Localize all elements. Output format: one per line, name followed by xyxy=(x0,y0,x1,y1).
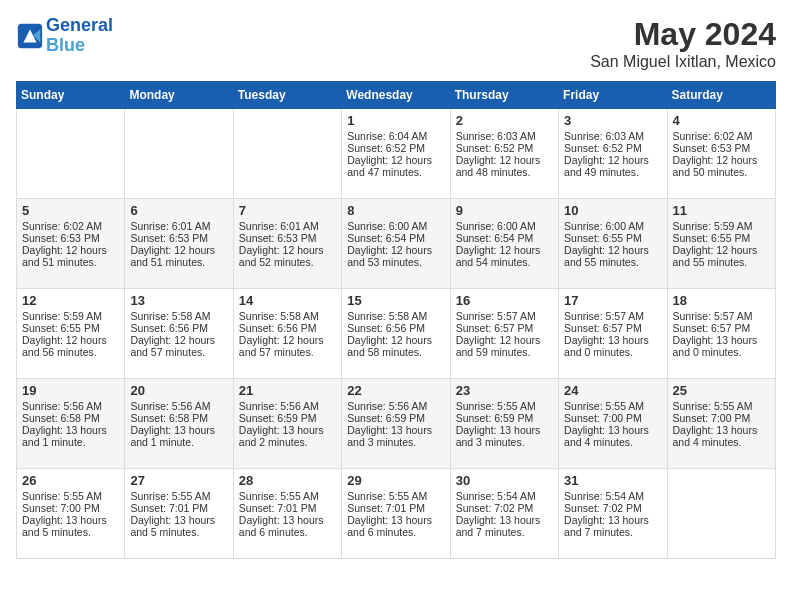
sunrise-text: Sunrise: 5:58 AM xyxy=(239,310,336,322)
day-number: 10 xyxy=(564,203,661,218)
sunrise-text: Sunrise: 5:56 AM xyxy=(347,400,444,412)
calendar-cell: 13Sunrise: 5:58 AMSunset: 6:56 PMDayligh… xyxy=(125,289,233,379)
calendar-cell xyxy=(125,109,233,199)
day-number: 30 xyxy=(456,473,553,488)
day-number: 8 xyxy=(347,203,444,218)
sunrise-text: Sunrise: 5:58 AM xyxy=(130,310,227,322)
sunset-text: Sunset: 6:56 PM xyxy=(130,322,227,334)
calendar-cell: 10Sunrise: 6:00 AMSunset: 6:55 PMDayligh… xyxy=(559,199,667,289)
daylight-text: Daylight: 12 hours and 52 minutes. xyxy=(239,244,336,268)
daylight-text: Daylight: 13 hours and 0 minutes. xyxy=(564,334,661,358)
sunrise-text: Sunrise: 6:01 AM xyxy=(130,220,227,232)
calendar-cell xyxy=(667,469,775,559)
day-number: 16 xyxy=(456,293,553,308)
calendar-cell: 4Sunrise: 6:02 AMSunset: 6:53 PMDaylight… xyxy=(667,109,775,199)
calendar-cell: 18Sunrise: 5:57 AMSunset: 6:57 PMDayligh… xyxy=(667,289,775,379)
daylight-text: Daylight: 12 hours and 53 minutes. xyxy=(347,244,444,268)
day-number: 23 xyxy=(456,383,553,398)
sunrise-text: Sunrise: 6:04 AM xyxy=(347,130,444,142)
sunset-text: Sunset: 6:58 PM xyxy=(130,412,227,424)
calendar-cell: 12Sunrise: 5:59 AMSunset: 6:55 PMDayligh… xyxy=(17,289,125,379)
calendar-cell: 14Sunrise: 5:58 AMSunset: 6:56 PMDayligh… xyxy=(233,289,341,379)
sunset-text: Sunset: 6:53 PM xyxy=(130,232,227,244)
calendar-cell: 31Sunrise: 5:54 AMSunset: 7:02 PMDayligh… xyxy=(559,469,667,559)
sunrise-text: Sunrise: 6:01 AM xyxy=(239,220,336,232)
weekday-header-tuesday: Tuesday xyxy=(233,82,341,109)
sunset-text: Sunset: 6:57 PM xyxy=(456,322,553,334)
sunset-text: Sunset: 6:53 PM xyxy=(22,232,119,244)
calendar-cell: 6Sunrise: 6:01 AMSunset: 6:53 PMDaylight… xyxy=(125,199,233,289)
calendar-cell: 16Sunrise: 5:57 AMSunset: 6:57 PMDayligh… xyxy=(450,289,558,379)
page-header: General Blue May 2024 San Miguel Ixitlan… xyxy=(16,16,776,71)
day-number: 6 xyxy=(130,203,227,218)
sunrise-text: Sunrise: 5:55 AM xyxy=(239,490,336,502)
title-block: May 2024 San Miguel Ixitlan, Mexico xyxy=(590,16,776,71)
daylight-text: Daylight: 13 hours and 5 minutes. xyxy=(130,514,227,538)
sunrise-text: Sunrise: 5:54 AM xyxy=(564,490,661,502)
daylight-text: Daylight: 13 hours and 0 minutes. xyxy=(673,334,770,358)
daylight-text: Daylight: 12 hours and 57 minutes. xyxy=(239,334,336,358)
calendar-table: SundayMondayTuesdayWednesdayThursdayFrid… xyxy=(16,81,776,559)
sunset-text: Sunset: 6:59 PM xyxy=(456,412,553,424)
sunrise-text: Sunrise: 5:56 AM xyxy=(239,400,336,412)
sunset-text: Sunset: 6:57 PM xyxy=(564,322,661,334)
sunrise-text: Sunrise: 5:57 AM xyxy=(456,310,553,322)
sunrise-text: Sunrise: 5:54 AM xyxy=(456,490,553,502)
daylight-text: Daylight: 13 hours and 4 minutes. xyxy=(564,424,661,448)
daylight-text: Daylight: 13 hours and 3 minutes. xyxy=(347,424,444,448)
daylight-text: Daylight: 12 hours and 57 minutes. xyxy=(130,334,227,358)
weekday-header-friday: Friday xyxy=(559,82,667,109)
day-number: 4 xyxy=(673,113,770,128)
sunrise-text: Sunrise: 5:55 AM xyxy=(22,490,119,502)
sunrise-text: Sunrise: 6:02 AM xyxy=(22,220,119,232)
calendar-cell: 22Sunrise: 5:56 AMSunset: 6:59 PMDayligh… xyxy=(342,379,450,469)
logo-text: General Blue xyxy=(46,16,113,56)
calendar-cell xyxy=(233,109,341,199)
calendar-cell: 9Sunrise: 6:00 AMSunset: 6:54 PMDaylight… xyxy=(450,199,558,289)
sunset-text: Sunset: 7:02 PM xyxy=(564,502,661,514)
calendar-cell: 19Sunrise: 5:56 AMSunset: 6:58 PMDayligh… xyxy=(17,379,125,469)
daylight-text: Daylight: 12 hours and 48 minutes. xyxy=(456,154,553,178)
calendar-cell: 30Sunrise: 5:54 AMSunset: 7:02 PMDayligh… xyxy=(450,469,558,559)
sunrise-text: Sunrise: 5:56 AM xyxy=(22,400,119,412)
day-number: 31 xyxy=(564,473,661,488)
day-number: 18 xyxy=(673,293,770,308)
day-number: 22 xyxy=(347,383,444,398)
location-title: San Miguel Ixitlan, Mexico xyxy=(590,53,776,71)
daylight-text: Daylight: 12 hours and 51 minutes. xyxy=(22,244,119,268)
sunset-text: Sunset: 6:58 PM xyxy=(22,412,119,424)
sunset-text: Sunset: 7:00 PM xyxy=(673,412,770,424)
sunset-text: Sunset: 7:02 PM xyxy=(456,502,553,514)
day-number: 7 xyxy=(239,203,336,218)
calendar-cell: 11Sunrise: 5:59 AMSunset: 6:55 PMDayligh… xyxy=(667,199,775,289)
calendar-week-row: 12Sunrise: 5:59 AMSunset: 6:55 PMDayligh… xyxy=(17,289,776,379)
day-number: 14 xyxy=(239,293,336,308)
sunset-text: Sunset: 7:00 PM xyxy=(564,412,661,424)
day-number: 29 xyxy=(347,473,444,488)
calendar-cell: 17Sunrise: 5:57 AMSunset: 6:57 PMDayligh… xyxy=(559,289,667,379)
sunrise-text: Sunrise: 5:57 AM xyxy=(673,310,770,322)
sunset-text: Sunset: 6:52 PM xyxy=(564,142,661,154)
day-number: 1 xyxy=(347,113,444,128)
calendar-week-row: 1Sunrise: 6:04 AMSunset: 6:52 PMDaylight… xyxy=(17,109,776,199)
sunset-text: Sunset: 6:55 PM xyxy=(22,322,119,334)
daylight-text: Daylight: 12 hours and 50 minutes. xyxy=(673,154,770,178)
sunset-text: Sunset: 6:56 PM xyxy=(239,322,336,334)
calendar-week-row: 5Sunrise: 6:02 AMSunset: 6:53 PMDaylight… xyxy=(17,199,776,289)
sunset-text: Sunset: 6:55 PM xyxy=(564,232,661,244)
daylight-text: Daylight: 13 hours and 3 minutes. xyxy=(456,424,553,448)
sunset-text: Sunset: 6:57 PM xyxy=(673,322,770,334)
calendar-cell: 21Sunrise: 5:56 AMSunset: 6:59 PMDayligh… xyxy=(233,379,341,469)
daylight-text: Daylight: 13 hours and 7 minutes. xyxy=(456,514,553,538)
calendar-cell: 23Sunrise: 5:55 AMSunset: 6:59 PMDayligh… xyxy=(450,379,558,469)
daylight-text: Daylight: 13 hours and 1 minute. xyxy=(22,424,119,448)
daylight-text: Daylight: 12 hours and 59 minutes. xyxy=(456,334,553,358)
calendar-cell: 20Sunrise: 5:56 AMSunset: 6:58 PMDayligh… xyxy=(125,379,233,469)
day-number: 21 xyxy=(239,383,336,398)
day-number: 2 xyxy=(456,113,553,128)
daylight-text: Daylight: 12 hours and 47 minutes. xyxy=(347,154,444,178)
sunrise-text: Sunrise: 5:56 AM xyxy=(130,400,227,412)
sunset-text: Sunset: 7:01 PM xyxy=(347,502,444,514)
calendar-cell: 1Sunrise: 6:04 AMSunset: 6:52 PMDaylight… xyxy=(342,109,450,199)
day-number: 24 xyxy=(564,383,661,398)
